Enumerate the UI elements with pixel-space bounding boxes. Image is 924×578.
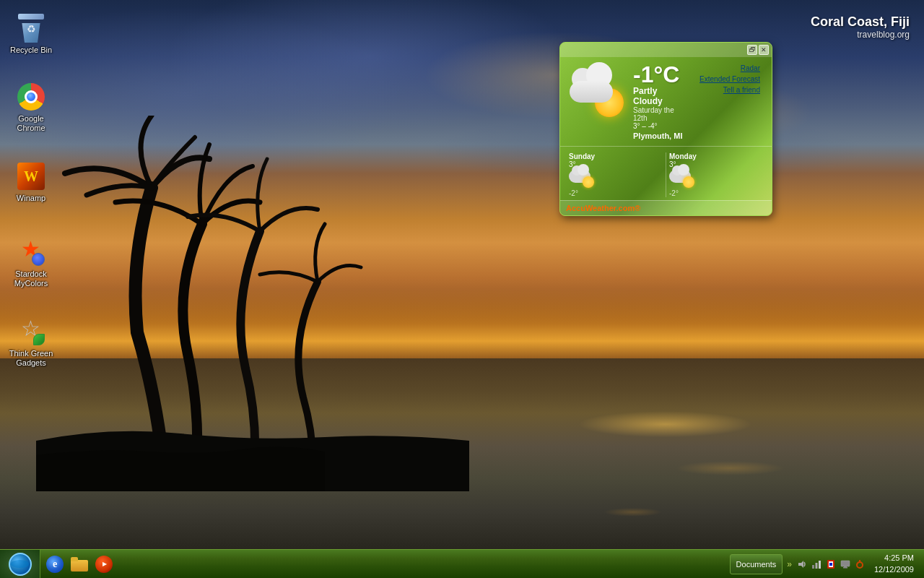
winamp-graphic: W — [17, 163, 45, 190]
recycle-symbol: ♻ — [23, 21, 39, 37]
monday-sun — [683, 176, 694, 188]
quick-launch-area: e — [40, 553, 118, 576]
chrome-inner-circle — [25, 90, 38, 103]
sunday-lo: -2° — [569, 189, 663, 197]
documents-label: Documents — [736, 560, 777, 569]
recycle-bin-image: ♻ — [17, 14, 45, 43]
flag-icon[interactable] — [825, 558, 837, 570]
chrome-image — [17, 82, 45, 111]
widget-body: -1°C Partly Cloudy Saturday the 12th 3° … — [560, 57, 772, 146]
accuweather-brand[interactable]: AccuWeather.com® — [566, 204, 640, 212]
hi-lo-display: 3° – -4° — [633, 122, 688, 130]
power-icon[interactable] — [854, 558, 866, 570]
radar-link[interactable]: Radar — [699, 63, 760, 74]
network-icon[interactable] — [811, 558, 822, 570]
forecast-section: Sunday 3° -2° Monday 3° -2° — [560, 146, 772, 200]
widget-restore-button[interactable]: 🗗 — [747, 45, 757, 55]
weather-icon-area — [566, 63, 627, 121]
expand-arrow[interactable]: » — [787, 559, 792, 569]
condition-display: Partly Cloudy — [633, 86, 688, 106]
widget-bottom-bar: AccuWeather.com® — [560, 200, 772, 215]
sd-badge — [32, 253, 45, 266]
location-name: Coral Coast, Fiji — [811, 14, 910, 30]
accuweather-logo: AccuWeather.com® — [566, 204, 640, 212]
recycle-bin-label: Recycle Bin — [10, 46, 52, 55]
weather-widget: 🗗 ✕ -1°C Partly Cloudy Saturday the 12th… — [559, 42, 772, 216]
accuweather-suffix: .com® — [616, 204, 641, 212]
extended-forecast-link[interactable]: Extended Forecast — [699, 74, 760, 85]
cloud-body — [570, 81, 613, 103]
temperature-display: -1°C — [633, 63, 688, 86]
tgg-leaf-icon — [33, 334, 45, 345]
media-icon — [95, 556, 113, 573]
tgg-graphic: ☆ — [17, 318, 45, 345]
location-display: Coral Coast, Fiji travelblog.org — [811, 14, 910, 40]
folder-icon — [71, 557, 88, 571]
sunday-label: Sunday — [569, 152, 663, 160]
svg-rect-1 — [812, 565, 814, 569]
cloud-icon — [566, 63, 620, 103]
system-clock[interactable]: 4:25 PM 12/12/2009 — [870, 553, 918, 575]
start-button[interactable] — [0, 550, 40, 579]
location-source: travelblog.org — [811, 30, 910, 40]
audio-icon[interactable] — [796, 558, 808, 570]
winamp-icon[interactable]: W Winamp — [6, 159, 56, 206]
svg-point-10 — [857, 562, 863, 568]
weather-links: Radar Extended Forecast Tell a friend — [694, 63, 766, 140]
svg-rect-9 — [844, 566, 847, 568]
folder-quicklaunch[interactable] — [68, 553, 91, 576]
sunday-icon — [569, 170, 594, 188]
stardock-icon[interactable]: ★ StardockMyColors — [6, 235, 56, 291]
ie-icon: e — [46, 556, 64, 573]
recycle-lid — [18, 14, 44, 20]
stardock-label: StardockMyColors — [14, 269, 48, 288]
sunday-sun — [583, 176, 594, 188]
clock-time: 4:25 PM — [874, 553, 914, 564]
svg-rect-2 — [815, 563, 817, 569]
media-quicklaunch[interactable] — [92, 553, 116, 576]
date-display: Saturday the 12th — [633, 106, 688, 122]
ie-quicklaunch[interactable]: e — [43, 553, 66, 576]
svg-rect-7 — [841, 561, 850, 566]
svg-rect-6 — [829, 563, 832, 566]
tgg-image: ☆ — [17, 317, 45, 346]
palm-trees — [36, 116, 469, 491]
winamp-image: W — [17, 162, 45, 191]
display-icon[interactable] — [840, 558, 851, 570]
start-globe-icon — [9, 553, 32, 576]
taskbar-right: Documents » — [724, 553, 924, 575]
recycle-bin-icon[interactable]: ♻ Recycle Bin — [6, 11, 56, 58]
forecast-sunday: Sunday 3° -2° — [566, 150, 666, 200]
clock-date: 12/12/2009 — [874, 564, 914, 575]
chrome-outer-ring — [17, 83, 45, 111]
monday-icon — [669, 170, 694, 188]
google-chrome-icon[interactable]: Google Chrome — [6, 79, 56, 136]
location-widget-display: Plymouth, MI — [633, 131, 688, 140]
tgg-label: Think GreenGadgets — [9, 349, 53, 368]
think-green-gadgets-icon[interactable]: ☆ Think GreenGadgets — [6, 314, 56, 371]
svg-marker-0 — [798, 561, 803, 568]
system-tray — [796, 558, 866, 570]
stardock-image: ★ — [17, 238, 45, 267]
forecast-monday: Monday 3° -2° — [666, 150, 766, 200]
svg-rect-3 — [819, 561, 821, 569]
monday-label: Monday — [669, 152, 763, 160]
stardock-graphic: ★ — [17, 238, 45, 266]
documents-button[interactable]: Documents — [730, 554, 783, 574]
widget-close-button[interactable]: ✕ — [759, 45, 769, 55]
widget-titlebar: 🗗 ✕ — [560, 43, 772, 57]
monday-lo: -2° — [669, 189, 763, 197]
recycle-icon-graphic: ♻ — [17, 14, 45, 43]
taskbar: e Documents » — [0, 549, 924, 578]
tell-friend-link[interactable]: Tell a friend — [699, 85, 760, 95]
desktop: Coral Coast, Fiji travelblog.org ♻ Recyc… — [0, 0, 924, 578]
winamp-label: Winamp — [17, 194, 45, 203]
weather-info: -1°C Partly Cloudy Saturday the 12th 3° … — [633, 63, 688, 140]
chrome-label: Google Chrome — [9, 114, 53, 133]
